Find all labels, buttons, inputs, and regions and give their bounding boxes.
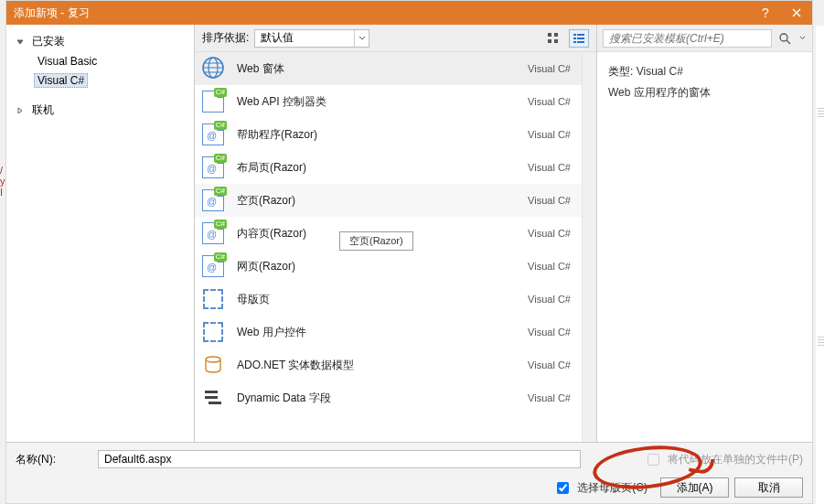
caret-right-icon — [16, 106, 25, 115]
template-icon: C#@ — [200, 220, 226, 246]
template-icon — [200, 385, 226, 411]
detail-description: Web 应用程序的窗体 — [608, 82, 801, 103]
tree-label: Visual Basic — [34, 55, 101, 68]
template-name: Web 窗体 — [237, 61, 517, 77]
template-lang: Visual C# — [528, 195, 571, 206]
template-row[interactable]: C#@布局页(Razor)Visual C# — [195, 151, 582, 184]
checkbox-input[interactable] — [557, 482, 569, 494]
tree-label: Visual C# — [34, 73, 88, 88]
search-dropdown-icon[interactable] — [797, 36, 807, 40]
add-button[interactable]: 添加(A) — [660, 477, 729, 498]
search-input[interactable] — [603, 29, 772, 48]
line-marker: /yI — [0, 165, 5, 198]
template-row[interactable]: Web 用户控件Visual C# — [195, 316, 582, 349]
view-medium-icons-button[interactable] — [543, 29, 563, 48]
svg-rect-9 — [577, 41, 584, 43]
svg-rect-5 — [577, 34, 584, 36]
cancel-button[interactable]: 取消 — [734, 477, 803, 498]
template-row[interactable]: C#@帮助程序(Razor)Visual C# — [195, 118, 582, 151]
template-lang: Visual C# — [528, 228, 571, 239]
svg-rect-6 — [573, 38, 576, 39]
detail-type: 类型: Visual C# — [608, 61, 801, 82]
chevron-down-icon — [354, 30, 369, 47]
detail-panel: 类型: Visual C# Web 应用程序的窗体 — [597, 25, 812, 442]
window-title: 添加新项 - 复习 — [14, 5, 750, 21]
template-icon — [200, 56, 226, 81]
svg-rect-8 — [573, 41, 576, 43]
tree-installed[interactable]: 已安装 — [12, 32, 188, 51]
template-icon — [200, 319, 226, 345]
template-lang: Visual C# — [528, 327, 571, 338]
template-row[interactable]: C#@网页(Razor)Visual C# — [195, 250, 582, 283]
svg-rect-15 — [209, 402, 221, 404]
template-lang: Visual C# — [528, 392, 571, 403]
sort-toolbar: 排序依据: 默认值 — [195, 25, 596, 52]
template-row[interactable]: 母版页Visual C# — [195, 283, 582, 316]
template-lang: Visual C# — [528, 96, 571, 107]
close-button[interactable] — [781, 1, 812, 25]
template-name: 母版页 — [237, 292, 517, 307]
svg-point-16 — [780, 34, 787, 41]
template-icon: C#@ — [200, 155, 226, 180]
template-icon: C#@ — [200, 122, 226, 147]
template-icon: C#@ — [200, 188, 226, 213]
svg-rect-13 — [205, 391, 218, 393]
svg-rect-14 — [205, 396, 218, 399]
template-name: 帮助程序(Razor) — [237, 127, 517, 143]
svg-rect-3 — [554, 39, 558, 43]
checkbox-select-masterpage[interactable]: 选择母版页(C) — [553, 479, 647, 497]
template-list[interactable]: Web 窗体Visual C#C#Web API 控制器类Visual C#C#… — [195, 52, 582, 442]
checkbox-label: 将代码放在单独的文件中(P) — [668, 452, 803, 467]
name-input[interactable] — [98, 450, 581, 468]
tree-online[interactable]: 联机 — [12, 101, 188, 120]
scrollbar[interactable] — [582, 52, 596, 442]
template-row[interactable]: C#Web API 控制器类Visual C# — [195, 85, 582, 118]
tree-item-vb[interactable]: Visual Basic — [12, 53, 188, 70]
template-row[interactable]: Dynamic Data 字段Visual C# — [195, 381, 582, 414]
sort-combo[interactable]: 默认值 — [254, 29, 369, 48]
search-icon[interactable] — [776, 32, 794, 45]
name-label: 名称(N): — [16, 452, 89, 467]
template-panel: 排序依据: 默认值 Web 窗体Visual C#C#Web API 控制器类V… — [195, 25, 597, 442]
template-lang: Visual C# — [528, 162, 571, 173]
svg-rect-7 — [577, 38, 584, 39]
svg-rect-4 — [573, 34, 576, 36]
tree-label: 联机 — [28, 102, 58, 118]
template-icon: C# — [200, 89, 226, 114]
titlebar: 添加新项 - 复习 ? — [6, 1, 812, 25]
checkbox-input[interactable] — [647, 454, 659, 466]
checkbox-separate-file[interactable]: 将代码放在单独的文件中(P) — [644, 451, 803, 468]
template-lang: Visual C# — [528, 63, 571, 74]
view-list-button[interactable] — [569, 29, 589, 48]
template-name: Web 用户控件 — [237, 325, 517, 340]
tree-label: 已安装 — [28, 34, 69, 49]
template-icon — [200, 352, 226, 378]
template-name: 空页(Razor) — [237, 193, 517, 209]
editor-gutter — [816, 26, 824, 504]
template-lang: Visual C# — [528, 359, 571, 370]
template-name: 内容页(Razor) — [237, 226, 517, 241]
template-lang: Visual C# — [528, 261, 571, 272]
tree-item-csharp[interactable]: Visual C# — [12, 71, 188, 90]
sort-value: 默认值 — [255, 30, 354, 46]
caret-down-icon — [16, 38, 25, 47]
template-row[interactable]: C#@空页(Razor)Visual C# — [195, 184, 582, 217]
template-name: 网页(Razor) — [237, 259, 517, 274]
svg-rect-1 — [554, 33, 558, 37]
template-row[interactable]: ADO.NET 实体数据模型Visual C# — [195, 349, 582, 381]
svg-point-12 — [206, 357, 220, 362]
template-lang: Visual C# — [528, 129, 571, 140]
help-button[interactable]: ? — [750, 1, 781, 25]
template-row[interactable]: C#@内容页(Razor)Visual C# — [195, 217, 582, 250]
svg-rect-0 — [548, 33, 551, 37]
template-row[interactable]: Web 窗体Visual C# — [195, 52, 582, 85]
checkbox-label: 选择母版页(C) — [577, 480, 647, 496]
svg-rect-2 — [548, 39, 551, 43]
template-name: Web API 控制器类 — [237, 94, 517, 110]
template-name: Dynamic Data 字段 — [237, 391, 517, 406]
template-icon: C#@ — [200, 253, 226, 279]
dialog-footer: 名称(N): 将代码放在单独的文件中(P) 选择母版页(C) 添加(A) 取消 — [6, 442, 812, 503]
template-name: 布局页(Razor) — [237, 160, 517, 176]
template-name: ADO.NET 实体数据模型 — [237, 358, 517, 373]
template-lang: Visual C# — [528, 294, 571, 305]
